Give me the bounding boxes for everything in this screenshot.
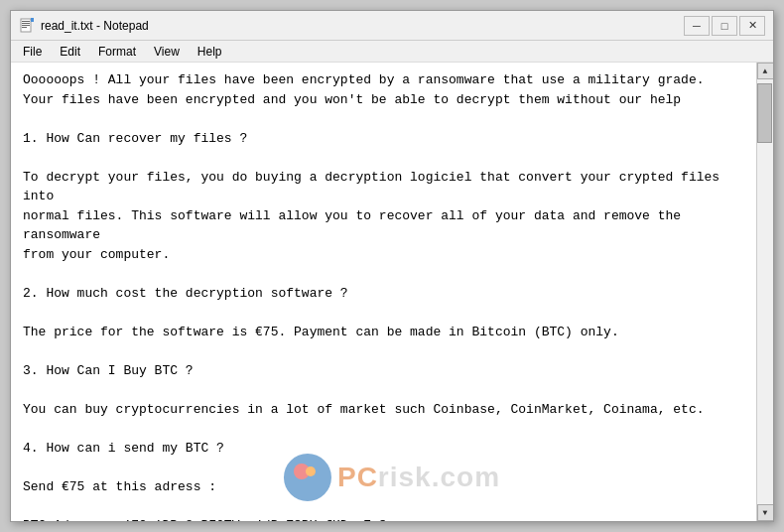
svg-rect-2 xyxy=(22,23,30,24)
svg-rect-3 xyxy=(22,25,30,26)
menu-file[interactable]: File xyxy=(15,43,50,61)
minimize-button[interactable]: ─ xyxy=(684,16,710,36)
text-editor[interactable]: Oooooops ! All your files have been encr… xyxy=(11,63,756,521)
notepad-window: read_it.txt - Notepad ─ □ ✕ File Edit Fo… xyxy=(10,10,774,522)
menu-bar: File Edit Format View Help xyxy=(11,41,773,63)
maximize-button[interactable]: □ xyxy=(712,16,737,36)
menu-help[interactable]: Help xyxy=(190,43,230,61)
svg-rect-5 xyxy=(31,18,34,22)
scrollbar[interactable]: ▲ ▼ xyxy=(756,63,773,521)
title-bar-controls: ─ □ ✕ xyxy=(684,16,765,36)
scrollbar-thumb[interactable] xyxy=(757,83,772,143)
close-button[interactable]: ✕ xyxy=(739,16,765,36)
menu-edit[interactable]: Edit xyxy=(52,43,88,61)
scrollbar-track[interactable] xyxy=(757,79,773,504)
scroll-down-button[interactable]: ▼ xyxy=(757,504,774,521)
title-bar: read_it.txt - Notepad ─ □ ✕ xyxy=(11,11,773,41)
svg-rect-1 xyxy=(22,21,30,22)
title-bar-left: read_it.txt - Notepad xyxy=(19,18,149,34)
menu-format[interactable]: Format xyxy=(90,43,144,61)
window-title: read_it.txt - Notepad xyxy=(41,19,149,33)
scroll-up-button[interactable]: ▲ xyxy=(757,63,774,79)
svg-rect-4 xyxy=(22,27,27,28)
menu-view[interactable]: View xyxy=(146,43,188,61)
content-area: Oooooops ! All your files have been encr… xyxy=(11,63,773,521)
notepad-icon xyxy=(19,18,35,34)
